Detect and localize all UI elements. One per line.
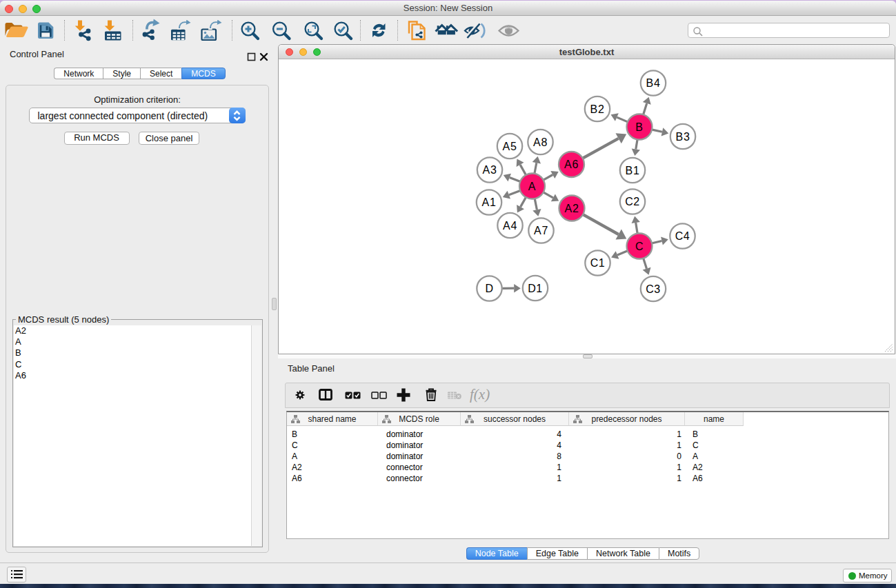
svg-text:B1: B1 <box>626 164 640 176</box>
svg-text:B: B <box>635 121 643 132</box>
svg-text:A1: A1 <box>482 196 497 208</box>
svg-text:B3: B3 <box>676 130 690 142</box>
svg-text:A8: A8 <box>533 136 548 148</box>
svg-text:C4: C4 <box>675 230 690 242</box>
svg-text:C1: C1 <box>590 257 606 269</box>
svg-text:A5: A5 <box>503 140 517 152</box>
svg-text:A6: A6 <box>564 159 579 170</box>
svg-text:C3: C3 <box>646 283 661 294</box>
svg-text:C2: C2 <box>625 196 640 207</box>
svg-text:C: C <box>635 240 644 252</box>
svg-text:A: A <box>528 180 536 192</box>
svg-text:D1: D1 <box>528 282 543 294</box>
svg-text:A3: A3 <box>483 164 497 176</box>
svg-text:A7: A7 <box>534 225 548 236</box>
svg-text:A2: A2 <box>565 202 579 214</box>
svg-text:A4: A4 <box>503 219 517 231</box>
svg-text:B4: B4 <box>646 77 661 89</box>
svg-text:D: D <box>485 283 493 294</box>
svg-text:B2: B2 <box>590 103 605 114</box>
